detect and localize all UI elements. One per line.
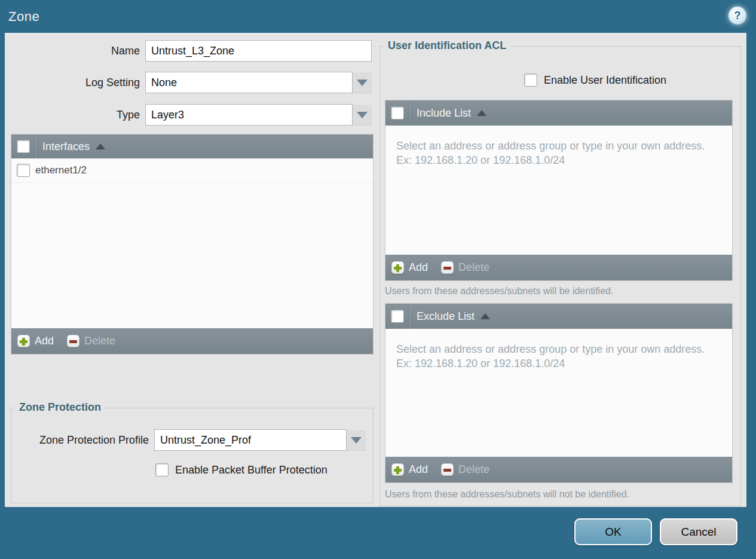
- add-label: Add: [409, 463, 428, 476]
- help-question-glyph: ?: [734, 10, 741, 21]
- help-icon[interactable]: ?: [729, 7, 746, 25]
- interfaces-select-all-checkbox[interactable]: [17, 140, 30, 153]
- enable-user-identification-row: Enable User Identification: [524, 74, 666, 87]
- minus-icon: [441, 463, 454, 476]
- include-list-footer: Add Delete: [385, 255, 732, 280]
- include-add-button[interactable]: Add: [391, 261, 428, 274]
- dialog-titlebar: Zone ?: [0, 0, 756, 33]
- zone-protection-profile-label: Zone Protection Profile: [17, 429, 149, 451]
- type-label: Type: [5, 104, 140, 126]
- include-select-all-checkbox[interactable]: [391, 106, 404, 120]
- delete-interface-button[interactable]: Delete: [67, 335, 115, 347]
- exclude-list-panel: Exclude List Select an address or addres…: [385, 303, 733, 483]
- enable-packet-buffer-protection-checkbox[interactable]: [155, 463, 169, 476]
- zone-protection-group: Zone Protection Zone Protection Profile …: [11, 408, 374, 503]
- exclude-list-header-label: Exclude List: [409, 310, 475, 323]
- ok-button[interactable]: OK: [574, 518, 652, 545]
- log-setting-dropdown-button[interactable]: [353, 72, 372, 93]
- exclude-delete-button[interactable]: Delete: [441, 463, 489, 476]
- exclude-add-button[interactable]: Add: [391, 463, 428, 476]
- cancel-button[interactable]: Cancel: [660, 518, 737, 545]
- exclude-select-all-checkbox[interactable]: [391, 310, 404, 323]
- interfaces-header: Interfaces: [11, 135, 373, 158]
- name-input[interactable]: [145, 40, 372, 62]
- interface-name: ethernet1/2: [35, 164, 87, 176]
- zone-dialog: { "dialog": { "title": "Zone", "help_gly…: [0, 0, 756, 559]
- user-identification-acl-group: User Identification ACL Enable User Iden…: [379, 46, 741, 506]
- minus-icon: [67, 335, 79, 347]
- sort-ascending-icon[interactable]: [96, 143, 105, 149]
- delete-label: Delete: [84, 335, 115, 347]
- sort-ascending-icon[interactable]: [480, 313, 490, 319]
- exclude-list-placeholder: Select an address or address group or ty…: [396, 342, 713, 371]
- delete-label: Delete: [458, 463, 489, 476]
- interfaces-footer: Add Delete: [11, 328, 373, 354]
- row-checkbox[interactable]: [17, 164, 30, 177]
- include-delete-button[interactable]: Delete: [441, 261, 489, 274]
- packet-buffer-protection-row: Enable Packet Buffer Protection: [155, 463, 328, 476]
- exclude-list-footer: Add Delete: [385, 457, 732, 482]
- chevron-down-icon: [357, 112, 368, 118]
- include-list-header: Include List: [385, 100, 732, 126]
- dialog-body: Name Log Setting Type Interfaces etherne…: [5, 33, 746, 507]
- user-identification-acl-legend: User Identification ACL: [384, 39, 510, 52]
- type-dropdown-button[interactable]: [353, 104, 372, 126]
- sort-ascending-icon[interactable]: [477, 110, 486, 116]
- add-label: Add: [409, 261, 428, 274]
- include-list-header-label: Include List: [409, 107, 471, 120]
- exclude-list-header: Exclude List: [385, 304, 732, 329]
- add-interface-button[interactable]: Add: [17, 335, 54, 347]
- dialog-title: Zone: [0, 9, 39, 25]
- type-input[interactable]: [145, 104, 353, 126]
- plus-icon: [17, 335, 30, 347]
- chevron-down-icon: [357, 80, 368, 86]
- interfaces-header-label: Interfaces: [35, 140, 90, 153]
- zone-protection-legend: Zone Protection: [15, 401, 105, 414]
- delete-label: Delete: [458, 261, 489, 274]
- zone-protection-profile-input[interactable]: [154, 429, 347, 451]
- exclude-list-caption: Users from these addresses/subnets will …: [385, 489, 629, 500]
- table-row[interactable]: ethernet1/2: [11, 158, 373, 183]
- chevron-down-icon: [351, 437, 362, 444]
- interfaces-panel: Interfaces ethernet1/2 Add Delete: [11, 134, 374, 355]
- include-list-caption: Users from these addresses/subnets will …: [385, 286, 613, 297]
- include-select-all-cell: [385, 100, 409, 126]
- add-label: Add: [35, 335, 54, 347]
- include-list-placeholder: Select an address or address group or ty…: [396, 139, 713, 168]
- plus-icon: [391, 463, 404, 476]
- zone-protection-profile-dropdown-button[interactable]: [347, 429, 366, 451]
- log-setting-input[interactable]: [145, 72, 353, 93]
- plus-icon: [391, 261, 404, 274]
- include-list-body[interactable]: Select an address or address group or ty…: [385, 126, 732, 255]
- interfaces-select-all-cell: [11, 135, 35, 158]
- enable-user-identification-label: Enable User Identification: [544, 74, 666, 87]
- enable-user-identification-checkbox[interactable]: [524, 74, 537, 87]
- interfaces-list: ethernet1/2: [11, 158, 373, 328]
- exclude-list-body[interactable]: Select an address or address group or ty…: [385, 329, 732, 457]
- minus-icon: [441, 261, 454, 274]
- log-setting-label: Log Setting: [5, 72, 140, 93]
- exclude-select-all-cell: [385, 304, 409, 329]
- include-list-panel: Include List Select an address or addres…: [385, 100, 733, 281]
- packet-buffer-protection-label: Enable Packet Buffer Protection: [175, 464, 328, 476]
- name-label: Name: [5, 40, 140, 62]
